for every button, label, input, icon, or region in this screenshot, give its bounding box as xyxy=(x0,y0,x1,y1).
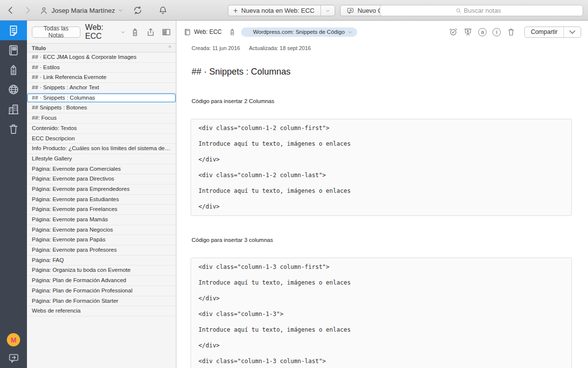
sidebar-item-trash[interactable] xyxy=(0,119,27,138)
list-item[interactable]: ## · Estilos xyxy=(27,63,176,73)
present-icon[interactable] xyxy=(464,27,472,36)
list-item[interactable]: Webs de referencia xyxy=(27,306,176,316)
list-item[interactable]: Página: Evernote para Papás xyxy=(27,235,176,245)
note-body[interactable]: ## · Snippets : Columnas Código para ins… xyxy=(177,51,588,368)
tag-icon[interactable] xyxy=(130,27,140,37)
list-item[interactable]: Página: Organiza tu boda con Evernote xyxy=(27,265,176,276)
info-icon[interactable]: i xyxy=(492,28,501,36)
notebook-selector[interactable]: Web: ECC xyxy=(85,23,125,41)
list-item[interactable]: ## Snippets : Botones xyxy=(27,103,176,113)
sidebar-bottom-group: M xyxy=(0,333,27,364)
chat-icon xyxy=(346,7,354,15)
new-note-main[interactable]: + Nueva nota en Web: ECC xyxy=(228,7,320,15)
code-line: </div> xyxy=(198,290,564,306)
user-icon xyxy=(39,6,49,15)
section-label[interactable]: Código para insertar 3 columnas xyxy=(192,237,572,243)
list-item[interactable]: Página: Evernote para Directivos xyxy=(27,174,176,184)
note-created: Creada: 11 jun 2016 xyxy=(192,45,240,51)
globe-icon xyxy=(7,83,20,96)
forward-icon[interactable] xyxy=(23,5,32,15)
list-item[interactable]: ## · Link Referencia Evernote xyxy=(27,73,176,83)
toolbar-center-group: + Nueva nota en Web: ECC Nuevo Chat xyxy=(228,5,397,16)
top-toolbar: Josep Maria Martínez + Nueva nota en Web… xyxy=(0,0,588,21)
notebook-selector-label: Web: ECC xyxy=(85,23,118,41)
add-tag-icon[interactable] xyxy=(228,28,236,36)
note-notebook-label: Web: ECC xyxy=(194,28,221,35)
code-line: <div class="column-1-3"> xyxy=(198,306,564,322)
sort-ascending-icon[interactable]: ^ xyxy=(169,45,171,51)
note-title[interactable]: ## · Snippets : Columnas xyxy=(192,67,572,77)
note-list-toolbar: Todas las Notas Web: ECC xyxy=(27,21,176,43)
account-menu[interactable]: Josep Maria Martínez xyxy=(39,6,123,15)
list-item[interactable]: ECC Descripcion xyxy=(27,134,176,144)
list-item[interactable]: Info Producto: ¿Cuáles son los límites d… xyxy=(27,144,176,154)
list-item[interactable]: Página: Evernote para Negocios xyxy=(27,225,176,236)
reminder-icon[interactable] xyxy=(449,27,458,36)
new-note-button[interactable]: + Nueva nota en Web: ECC xyxy=(228,5,335,16)
list-item[interactable]: Contenido: Textos xyxy=(27,124,176,134)
search-icon xyxy=(455,7,462,14)
note-updated: Actualizada: 18 sept 2016 xyxy=(249,45,311,51)
back-icon[interactable] xyxy=(6,5,16,15)
list-item[interactable]: Página: Plan de Formación Starter xyxy=(27,296,176,307)
share-icon[interactable] xyxy=(146,27,155,37)
share-button[interactable]: Compartir xyxy=(524,26,581,38)
chevron-down-icon xyxy=(121,29,125,35)
search-field[interactable] xyxy=(380,5,583,16)
list-item[interactable]: Página: Plan de Formación Advanced xyxy=(27,276,176,286)
column-header-row[interactable]: Título ^ xyxy=(27,43,176,53)
annotate-icon[interactable]: a xyxy=(478,28,487,36)
list-item[interactable]: ## · Snippets : Anchor Text xyxy=(27,83,176,93)
new-note-label: Nueva nota en Web: ECC xyxy=(241,7,314,14)
work-chat-icon[interactable] xyxy=(8,352,20,364)
note-notebook[interactable]: Web: ECC xyxy=(184,28,221,36)
account-name: Josep Maria Martínez xyxy=(51,7,115,14)
code-line: Introduce aquí tu texto, imágenes o enla… xyxy=(198,136,564,152)
sync-icon[interactable] xyxy=(133,5,143,15)
list-item[interactable]: Página: Plan de Formación Professional xyxy=(27,286,176,296)
list-item[interactable]: ## · ECC JMA Logos & Corporate Images xyxy=(27,53,176,63)
sidebar-item-tags[interactable] xyxy=(0,60,27,79)
all-notes-button[interactable]: Todas las Notas xyxy=(32,26,80,38)
new-note-dropdown[interactable] xyxy=(321,8,335,13)
list-item[interactable]: ## · Snippets : Columnas xyxy=(27,93,176,104)
note-panel: Web: ECC Wordpress.com: Snippets de Códi… xyxy=(177,21,588,368)
list-item[interactable]: Página: Evernote para Freelances xyxy=(27,205,176,215)
list-item[interactable]: Página: Evernote para Emprendedores xyxy=(27,184,176,195)
list-item[interactable]: Página: Evernote para Profesores xyxy=(27,245,176,256)
tag-icon xyxy=(7,64,20,76)
note-tag-pill[interactable]: Wordpress.com: Snippets de Código xyxy=(241,27,357,37)
list-item[interactable]: Página: Evernote para Comerciales xyxy=(27,164,176,175)
sidebar-item-business[interactable] xyxy=(0,99,27,119)
buildings-icon xyxy=(7,103,20,115)
view-options-icon[interactable] xyxy=(162,27,171,37)
code-line: <div class="column-1-2 column-first"> xyxy=(198,120,564,136)
note-meta: Creada: 11 jun 2016 Actualizada: 18 sept… xyxy=(177,40,588,51)
m-logo-letter: M xyxy=(11,336,17,344)
notebook-icon xyxy=(7,44,20,56)
list-item[interactable]: Página: Evernote para Mamás xyxy=(27,215,176,225)
list-item[interactable]: ##: Focus xyxy=(27,113,176,124)
code-block[interactable]: <div class="column-1-2 column-first">Int… xyxy=(191,119,572,216)
notifications-bell-icon[interactable] xyxy=(158,6,168,15)
m-app-logo[interactable]: M xyxy=(7,333,20,346)
search-input[interactable] xyxy=(464,7,508,14)
code-block[interactable]: <div class="column-1-3 column-first">Int… xyxy=(191,258,572,368)
app-sidebar: M xyxy=(0,21,27,368)
list-item[interactable]: Lifestyle Gallery xyxy=(27,154,176,164)
note-list-panel: Todas las Notas Web: ECC Título ^ ## · E… xyxy=(27,21,176,368)
share-dropdown[interactable] xyxy=(564,27,581,37)
section-label[interactable]: Código para insertar 2 Columnas xyxy=(192,98,572,104)
list-item[interactable]: Página: FAQ xyxy=(27,256,176,266)
note-tag-label: Wordpress.com: Snippets de Código xyxy=(253,29,344,35)
trash-icon xyxy=(7,123,20,135)
code-line: </div> xyxy=(198,199,564,214)
sidebar-item-notes[interactable] xyxy=(0,21,27,40)
sidebar-item-notebooks[interactable] xyxy=(0,40,27,60)
share-button-label: Compartir xyxy=(525,27,564,37)
list-item[interactable]: Página: Evernote para Estudiantes xyxy=(27,195,176,205)
sidebar-item-atlas[interactable] xyxy=(0,79,27,99)
code-line: <div class="column-1-2 column-last"> xyxy=(198,167,564,183)
column-header-title: Título xyxy=(32,45,46,51)
delete-note-icon[interactable] xyxy=(507,27,515,36)
